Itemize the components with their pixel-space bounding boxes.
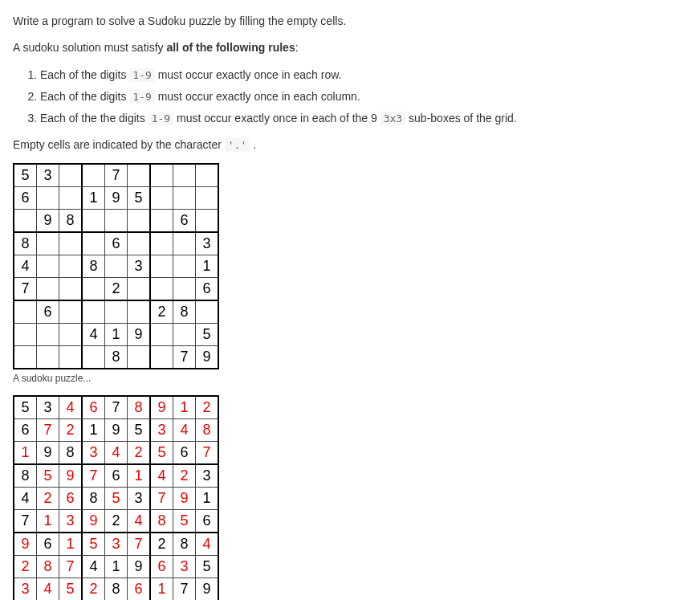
sudoku-cell: 2 [105,510,128,533]
sudoku-cell [150,324,173,346]
empty-post: . [250,138,256,151]
sudoku-cell: 5 [82,533,105,556]
sudoku-cell: 5 [105,488,128,510]
sudoku-cell: 6 [196,278,219,301]
sudoku-cell [105,210,128,233]
sudoku-cell: 1 [14,442,37,465]
sudoku-cell [59,278,83,301]
sudoku-cell: 9 [59,464,83,488]
sudoku-cell: 4 [173,419,196,442]
sudoku-cell: 3 [128,255,151,278]
sudoku-cell: 9 [196,578,219,600]
rule3-code1: 1-9 [149,112,173,125]
sudoku-cell: 6 [173,442,196,465]
sudoku-cell [150,346,173,369]
sudoku-cell: 6 [105,464,128,488]
rule-item-3: Each of the the digits 1-9 must occur ex… [40,109,687,128]
sudoku-cell: 9 [37,442,59,465]
sudoku-cell [14,210,37,233]
sudoku-cell [196,164,219,187]
sudoku-cell: 9 [14,533,37,556]
sudoku-cell: 8 [14,232,37,255]
sudoku-cell: 3 [196,464,219,488]
sudoku-cell: 6 [37,533,59,556]
sudoku-cell [173,255,196,278]
sudoku-cell [37,324,59,346]
sudoku-cell [14,324,37,346]
sudoku-cell [59,164,83,187]
sudoku-cell [150,278,173,301]
rule1-code: 1-9 [129,68,154,82]
sudoku-cell [196,187,219,210]
rules-pre: A sudoku solution must satisfy [13,41,166,54]
sudoku-cell [196,210,219,233]
sudoku-cell: 8 [82,488,105,510]
sudoku-cell [150,164,173,187]
sudoku-cell: 2 [82,578,105,600]
sudoku-cell: 8 [59,210,83,233]
sudoku-cell: 2 [150,533,173,556]
sudoku-cell: 6 [173,210,196,233]
sudoku-cell: 4 [150,464,173,488]
sudoku-cell [150,232,173,255]
puzzle-caption: A sudoku puzzle... [13,373,687,384]
sudoku-cell: 7 [105,164,128,187]
rule3-pre: Each of the the digits [40,112,149,124]
sudoku-cell: 2 [196,396,219,419]
sudoku-cell: 3 [150,419,173,442]
sudoku-cell [150,210,173,233]
sudoku-cell [59,187,83,210]
sudoku-cell [37,346,59,369]
sudoku-cell: 4 [59,396,83,419]
sudoku-cell: 1 [196,488,219,510]
sudoku-cell [82,232,105,255]
sudoku-cell [37,187,59,210]
rules-list: Each of the digits 1-9 must occur exactl… [13,66,687,127]
sudoku-cell [128,346,151,369]
sudoku-cell: 9 [105,187,128,210]
sudoku-cell: 3 [128,488,151,510]
sudoku-cell [150,187,173,210]
sudoku-cell: 1 [128,464,151,488]
sudoku-cell: 9 [173,488,196,510]
rule1-pre: Each of the digits [40,68,129,81]
sudoku-cell: 2 [105,278,128,301]
sudoku-cell [59,232,83,255]
sudoku-cell [128,210,151,233]
sudoku-cell [173,232,196,255]
rule3-mid: must occur exactly once in each of the 9 [173,112,381,124]
sudoku-cell: 8 [82,255,105,278]
rule2-code: 1-9 [129,90,154,104]
sudoku-cell [14,300,37,324]
sudoku-cell [128,300,151,324]
sudoku-cell: 4 [14,255,37,278]
sudoku-cell: 1 [59,533,83,556]
sudoku-cell: 5 [59,578,83,600]
sudoku-cell: 8 [128,396,151,419]
sudoku-cell: 6 [14,419,37,442]
sudoku-cell: 2 [59,419,83,442]
sudoku-cell: 1 [82,419,105,442]
sudoku-cell: 7 [14,510,37,533]
sudoku-cell [82,164,105,187]
rule1-post: must occur exactly once in each row. [155,68,342,81]
sudoku-cell: 7 [59,556,83,578]
sudoku-cell [173,324,196,346]
sudoku-cell: 7 [196,442,219,465]
sudoku-cell: 5 [150,442,173,465]
sudoku-cell: 8 [59,442,83,465]
sudoku-cell [196,300,219,324]
sudoku-cell [59,300,83,324]
rule-item-1: Each of the digits 1-9 must occur exactl… [40,66,687,84]
sudoku-cell: 5 [196,324,219,346]
sudoku-cell: 6 [37,300,59,324]
sudoku-cell [105,255,128,278]
sudoku-cell: 3 [105,533,128,556]
sudoku-cell: 6 [59,488,83,510]
sudoku-cell: 5 [128,419,151,442]
sudoku-cell: 5 [37,464,59,488]
sudoku-cell: 3 [59,510,83,533]
sudoku-cell [173,164,196,187]
sudoku-cell [59,324,83,346]
sudoku-cell: 9 [82,510,105,533]
